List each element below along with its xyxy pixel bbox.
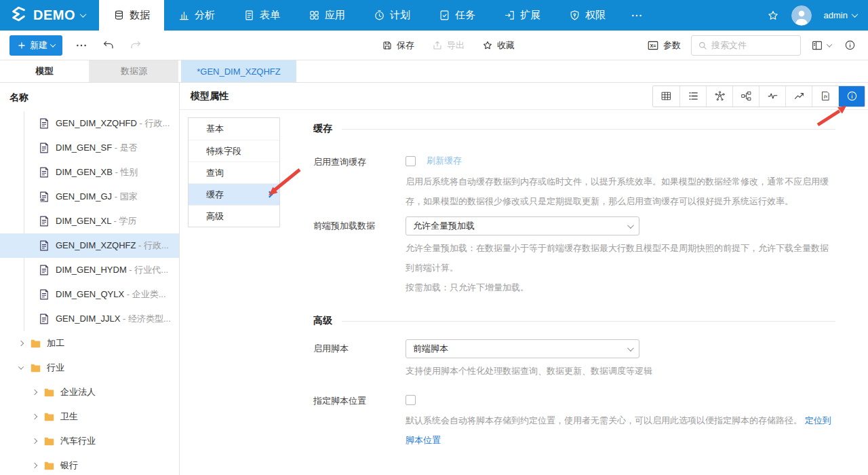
folder-icon [43, 436, 55, 447]
top-nav-bar: DEMO 数据分析表单应用计划任务扩展权限 admin [0, 0, 868, 31]
search-box[interactable] [691, 35, 801, 56]
tree-item-DIM_GEN_QYLX[interactable]: DIM_GEN_QYLX - 企业类... [0, 282, 179, 307]
tree-folder-企业法人[interactable]: 企业法人 [0, 380, 179, 404]
tree-item-GEN_DIM_XZQHFD[interactable]: GEN_DIM_XZQHFD - 行政... [0, 111, 179, 136]
folder-icon [30, 362, 41, 374]
refresh-cache-link[interactable]: 刷新缓存 [427, 155, 462, 167]
script-location-checkbox[interactable] [406, 395, 416, 405]
tree-item-label: GEN_DIM_GJ - 国家 [56, 191, 138, 203]
view-button-script-fx[interactable]: fx [812, 86, 838, 107]
favorites-star-icon[interactable] [767, 10, 779, 22]
tree-item-label: DIM_GEN_SF - 是否 [56, 142, 138, 154]
nav-more-button[interactable] [620, 0, 654, 31]
tab-open-document[interactable]: *GEN_DIM_XZQHFZ [181, 60, 296, 82]
tree-item-GEN_DIM_XZQHFZ[interactable]: GEN_DIM_XZQHFZ - 行政... [0, 233, 179, 258]
view-button-trend[interactable] [785, 86, 812, 107]
tree-item-label: DIM_GEN_HYDM - 行业代... [56, 264, 168, 276]
view-button-model-graph[interactable] [706, 86, 732, 107]
more-actions-button[interactable] [73, 37, 90, 54]
folder-icon [30, 338, 41, 349]
model-doc-icon [38, 166, 50, 178]
apps-icon [309, 10, 320, 21]
new-button[interactable]: 新建 [9, 35, 62, 56]
brand-menu[interactable]: DEMO [0, 0, 99, 31]
tree-item-DIM_GEN_XL[interactable]: DIM_GEN_XL - 学历 [0, 209, 179, 233]
menu-item-label: 特殊字段 [206, 145, 241, 157]
nav-item-chart[interactable]: 分析 [164, 0, 229, 31]
field-preload: 前端预加载数据 允许全量预加载 允许全量预加载：在数据量小于等于前端缓存数据最大… [313, 216, 835, 297]
nav-item-task[interactable]: 任务 [425, 0, 490, 31]
tree-folder-行业[interactable]: 行业 [0, 356, 179, 380]
view-button-info[interactable] [838, 86, 865, 107]
nav-item-shield[interactable]: 权限 [555, 0, 620, 31]
favorite-button[interactable]: 收藏 [482, 39, 515, 52]
tree-item-GEN_DIM_JJLX[interactable]: GEN_DIM_JJLX - 经济类型... [0, 307, 179, 331]
preload-desc: 允许全量预加载：在数据量小于等于前端缓存数据最大行数且模型不是周期快照的前提下，… [406, 238, 835, 297]
save-button[interactable]: 保存 [382, 39, 414, 52]
nav-item-label: 权限 [585, 9, 606, 22]
preload-select[interactable]: 允许全量预加载 [406, 216, 639, 235]
search-input[interactable] [711, 40, 786, 50]
nav-item-form[interactable]: 表单 [229, 0, 294, 31]
menu-item-缓存[interactable]: 缓存 [189, 183, 279, 205]
tab-datasource[interactable]: 数据源 [90, 60, 178, 82]
tree-folder-卫生[interactable]: 卫生 [0, 404, 179, 429]
field-script-location: 指定脚本位置 默认系统会自动将脚本存储到约定位置，使用者无需关心，可以启用此选项… [313, 392, 835, 450]
field-enable-cache: 启用查询缓存 刷新缓存 启用后系统将自动缓存数据到内存或临时文件，以提升系统效率… [313, 153, 835, 211]
tree-item-DIM_GEN_SF[interactable]: DIM_GEN_SF - 是否 [0, 136, 179, 160]
tree-item-label: GEN_DIM_XZQHFZ - 行政... [56, 240, 169, 252]
menu-item-高级[interactable]: 高级 [189, 205, 279, 227]
table-icon [660, 90, 672, 102]
user-menu[interactable]: admin [824, 10, 857, 20]
undo-button[interactable] [100, 37, 117, 54]
chevron-right-icon [267, 191, 273, 198]
panel-title: 模型属性 [180, 90, 229, 102]
script-select[interactable]: 前端脚本 [406, 339, 639, 358]
database-icon [113, 10, 125, 21]
view-button-table[interactable] [653, 86, 679, 107]
main-nav: 数据分析表单应用计划任务扩展权限 [99, 0, 620, 31]
field-enable-script: 启用脚本 前端脚本 支持使用脚本个性化处理数据查询、数据更新、数据调度等逻辑 [313, 339, 835, 381]
tree-folder-银行[interactable]: 银行 [0, 453, 179, 475]
redo-button[interactable] [127, 37, 144, 54]
toolbar-right: X= 参数 [647, 35, 868, 56]
tab-model[interactable]: 模型 [0, 60, 90, 82]
tree-item-DIM_GEN_HYDM[interactable]: DIM_GEN_HYDM - 行业代... [0, 258, 179, 282]
chart-icon [178, 10, 190, 21]
toolbar: 新建 保存 导出 收藏 X= 参数 [0, 31, 868, 60]
tree-item-GEN_DIM_GJ[interactable]: GEN_DIM_GJ - 国家 [0, 185, 179, 209]
nav-item-apps[interactable]: 应用 [294, 0, 359, 31]
toolbar-center: 保存 导出 收藏 [382, 39, 515, 52]
avatar[interactable] [791, 5, 812, 26]
menu-item-特殊字段[interactable]: 特殊字段 [189, 140, 279, 162]
view-button-pulse[interactable] [759, 86, 785, 107]
tree-folder-汽车行业[interactable]: 汽车行业 [0, 429, 179, 453]
menu-item-基本[interactable]: 基本 [189, 118, 279, 140]
tree-item-DIM_GEN_XB[interactable]: DIM_GEN_XB - 性别 [0, 160, 179, 185]
section-divider [342, 321, 835, 322]
form-content: 缓存 启用查询缓存 刷新缓存 启用后系统将自动缓存数据到内存或临时文件，以提升系… [313, 111, 835, 450]
nav-item-database[interactable]: 数据 [99, 0, 164, 31]
export-button[interactable]: 导出 [432, 39, 465, 52]
model-tree: GEN_DIM_XZQHFD - 行政...DIM_GEN_SF - 是否DIM… [0, 111, 179, 475]
plan-icon [374, 10, 385, 21]
tree-folder-label: 加工 [47, 337, 64, 349]
tree-folder-加工[interactable]: 加工 [0, 331, 179, 356]
layout-toggle-button[interactable] [811, 39, 831, 52]
view-button-list[interactable] [679, 86, 706, 107]
tree-item-label: DIM_GEN_XB - 性别 [56, 166, 138, 178]
model-doc-icon [38, 264, 50, 276]
nav-item-extension[interactable]: 扩展 [490, 0, 555, 31]
menu-item-查询[interactable]: 查询 [189, 162, 279, 183]
nav-item-label: 分析 [195, 9, 215, 22]
nav-item-plan[interactable]: 计划 [359, 0, 425, 31]
main-panel: 模型属性 fx 基本特殊字段查询缓存高级 缓存 启用查询缓存 刷新缓存 [180, 83, 868, 475]
params-button[interactable]: X= 参数 [647, 39, 681, 52]
model-graph-icon [714, 90, 726, 102]
help-info-button[interactable] [842, 37, 858, 54]
enable-cache-checkbox[interactable] [406, 156, 416, 166]
view-button-branch[interactable] [732, 86, 759, 107]
script-desc: 支持使用脚本个性化处理数据查询、数据更新、数据调度等逻辑 [406, 361, 835, 381]
tree-item-label: GEN_DIM_JJLX - 经济类型... [56, 313, 171, 325]
tab-strip: 模型 数据源 *GEN_DIM_XZQHFZ [0, 60, 868, 83]
